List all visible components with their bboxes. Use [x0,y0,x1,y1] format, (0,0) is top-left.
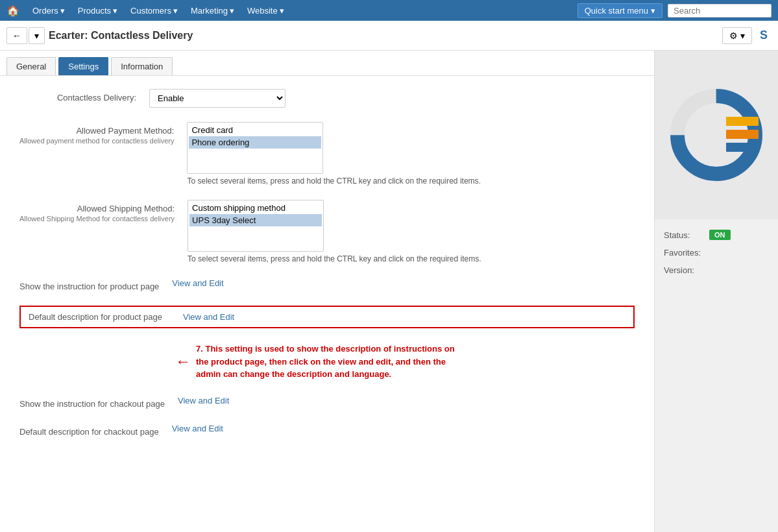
tab-settings[interactable]: Settings [58,57,108,75]
tab-information[interactable]: Information [111,57,173,75]
shipping-method-label: Allowed Shipping Method: Allowed Shippin… [19,200,188,223]
tab-general[interactable]: General [6,57,56,75]
svg-rect-3 [726,130,759,139]
favorites-row: Favorites: [664,248,769,258]
contactless-delivery-control: Enable Disable [149,89,635,108]
breadcrumb-bar: ← ▾ Ecarter: Contactless Delivery ⚙ ▾ S [0,21,778,51]
favorites-label: Favorites: [664,248,709,258]
shipping-method-listbox[interactable]: Custom shipping method UPS 3day Select [188,200,324,252]
status-row: Status: ON [664,230,769,240]
product-instruction-control: View and Edit [172,278,635,288]
quick-start-button[interactable]: Quick start menu ▾ [577,3,663,18]
default-product-desc-label: Default description for product page [29,312,162,322]
contactless-delivery-label: Contactless Delivery: [19,89,149,103]
default-checkout-desc-link[interactable]: View and Edit [172,424,223,433]
top-navigation: 🏠 Orders ▾ Products ▾ Customers ▾ Market… [0,0,778,21]
shipping-method-row: Allowed Shipping Method: Allowed Shippin… [19,200,635,263]
checkout-instruction-label: Show the instruction for chackout page [19,395,178,409]
default-product-desc-section: Default description for product page Vie… [19,306,635,381]
payment-hint: To select several items, press and hold … [187,176,635,186]
default-checkout-desc-label: Default description for chackout page [19,423,172,437]
product-instruction-link[interactable]: View and Edit [172,278,223,288]
nav-orders[interactable]: Orders ▾ [29,6,69,16]
donut-chart [664,83,768,187]
shipping-method-control: Custom shipping method UPS 3day Select T… [188,200,635,263]
nav-arrows: ← ▾ [6,27,45,44]
default-checkout-desc-control: View and Edit [172,423,635,433]
checkout-instruction-link[interactable]: View and Edit [178,396,229,405]
contactless-delivery-row: Contactless Delivery: Enable Disable [19,89,635,108]
default-checkout-desc-row: Default description for chackout page Vi… [19,423,635,437]
default-product-desc-link[interactable]: View and Edit [183,312,234,322]
checkout-instruction-row: Show the instruction for chackout page V… [19,395,635,409]
shipping-hint: To select several items, press and hold … [188,254,635,263]
sidebar-toggle-button[interactable]: S [756,29,772,42]
settings-button[interactable]: ⚙ ▾ [722,27,752,44]
tabs-container: General Settings Information [0,51,654,76]
contactless-delivery-select[interactable]: Enable Disable [149,89,286,108]
nav-website[interactable]: Website ▾ [243,6,288,16]
form-content: Contactless Delivery: Enable Disable All… [0,76,654,464]
status-label: Status: [664,230,709,240]
annotation-text: 7. This setting is used to show the desc… [196,343,468,381]
product-instruction-row: Show the instruction for product page Vi… [19,278,635,291]
checkout-instruction-control: View and Edit [178,395,635,405]
left-content: General Settings Information Contactless… [0,51,655,532]
page-title: Ecarter: Contactless Delivery [49,30,718,42]
version-label: Version: [664,265,709,275]
arrow-icon: ← [175,352,191,370]
right-sidebar: Status: ON Favorites: Version: [655,51,778,532]
svg-rect-2 [726,117,759,126]
version-row: Version: [664,265,769,275]
search-input[interactable] [668,4,772,18]
nav-customers[interactable]: Customers ▾ [127,6,182,16]
payment-method-control: Credit card Phone ordering To select sev… [187,122,635,186]
nav-marketing[interactable]: Marketing ▾ [187,6,238,16]
nav-products[interactable]: Products ▾ [74,6,121,16]
back-button[interactable]: ← [6,27,27,44]
svg-rect-4 [726,143,759,152]
sidebar-chart [655,51,778,219]
payment-method-listbox[interactable]: Credit card Phone ordering [187,122,323,174]
home-icon[interactable]: 🏠 [6,5,19,17]
gear-icon: ⚙ [729,30,738,41]
product-instruction-label: Show the instruction for product page [19,278,172,291]
payment-method-row: Allowed Payment Method: Allowed payment … [19,122,635,186]
status-badge: ON [709,230,731,240]
default-product-desc-row: Default description for product page Vie… [19,306,635,328]
sidebar-info: Status: ON Favorites: Version: [655,219,778,293]
dropdown-button[interactable]: ▾ [29,27,45,44]
main-layout: General Settings Information Contactless… [0,51,778,532]
payment-method-label: Allowed Payment Method: Allowed payment … [19,122,187,145]
annotation: ← 7. This setting is used to show the de… [175,343,635,381]
